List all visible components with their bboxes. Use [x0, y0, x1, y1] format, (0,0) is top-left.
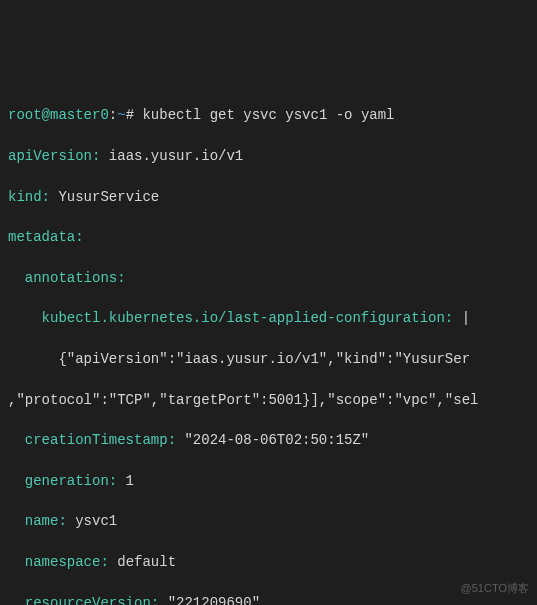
- yaml-json-line2: ,"protocol":"TCP","targetPort":5001}],"s…: [8, 390, 529, 410]
- yaml-namespace: namespace: default: [8, 552, 529, 572]
- command-text: kubectl get ysvc ysvc1 -o yaml: [142, 107, 394, 123]
- yaml-creation-timestamp: creationTimestamp: "2024-08-06T02:50:15Z…: [8, 430, 529, 450]
- terminal-output: root@master0:~# kubectl get ysvc ysvc1 -…: [8, 85, 529, 605]
- yaml-apiversion: apiVersion: iaas.yusur.io/v1: [8, 146, 529, 166]
- yaml-annotations: annotations:: [8, 268, 529, 288]
- yaml-kind: kind: YusurService: [8, 187, 529, 207]
- prompt-colon: :: [109, 107, 117, 123]
- yaml-json-line1: {"apiVersion":"iaas.yusur.io/v1","kind":…: [8, 349, 529, 369]
- prompt-at: @: [42, 107, 50, 123]
- watermark: @51CTO博客: [461, 581, 529, 597]
- prompt-hash: #: [126, 107, 143, 123]
- prompt-host: master0: [50, 107, 109, 123]
- prompt-line[interactable]: root@master0:~# kubectl get ysvc ysvc1 -…: [8, 105, 529, 125]
- yaml-resourceversion: resourceVersion: "221209690": [8, 593, 529, 605]
- yaml-last-applied: kubectl.kubernetes.io/last-applied-confi…: [8, 308, 529, 328]
- prompt-path: ~: [117, 107, 125, 123]
- yaml-name: name: ysvc1: [8, 511, 529, 531]
- yaml-generation: generation: 1: [8, 471, 529, 491]
- yaml-metadata: metadata:: [8, 227, 529, 247]
- prompt-user: root: [8, 107, 42, 123]
